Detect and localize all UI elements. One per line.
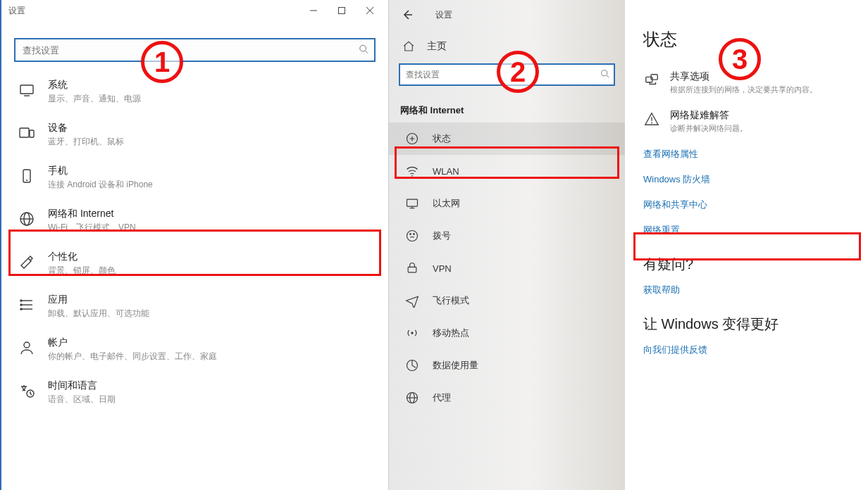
phone-icon [17, 166, 37, 186]
category-devices[interactable]: 设备 蓝牙、打印机、鼠标 [1, 113, 388, 156]
nav-label: 移动热点 [433, 327, 469, 339]
svg-point-34 [410, 234, 411, 235]
category-label: 系统 [48, 79, 376, 92]
back-button[interactable] [399, 6, 416, 23]
category-sub: 显示、声音、通知、电源 [48, 93, 376, 105]
svg-line-24 [30, 394, 32, 395]
troubleshoot-sub: 诊断并解决网络问题。 [670, 123, 748, 134]
apps-icon [17, 295, 37, 315]
system-icon [17, 80, 37, 100]
nav-label: 拨号 [433, 230, 451, 242]
category-label: 个性化 [48, 251, 376, 263]
category-phone[interactable]: 手机 连接 Android 设备和 iPhone [1, 156, 388, 199]
category-apps[interactable]: 应用 卸载、默认应用、可选功能 [1, 285, 388, 328]
svg-point-26 [602, 70, 607, 76]
svg-point-29 [411, 175, 413, 177]
airplane-icon [404, 293, 420, 308]
category-sub: 蓝牙、打印机、鼠标 [48, 136, 376, 148]
svg-rect-6 [20, 85, 33, 94]
category-system[interactable]: 系统 显示、声音、通知、电源 [1, 70, 388, 113]
ethernet-icon [404, 196, 420, 211]
settings-main-panel: 设置 [1, 0, 389, 490]
svg-point-21 [24, 342, 30, 348]
nav-vpn[interactable]: VPN [389, 252, 625, 284]
nav-ethernet[interactable]: 以太网 [389, 187, 625, 220]
close-button[interactable] [356, 0, 384, 21]
category-label: 设备 [48, 122, 376, 134]
home-icon [402, 39, 416, 54]
dialup-icon [404, 228, 420, 244]
svg-point-45 [651, 122, 652, 124]
share-sub: 根据所连接到的网络，决定要共享的内容。 [670, 84, 817, 95]
sidebar-search-input[interactable] [406, 70, 594, 80]
category-sub: 背景、锁屏、颜色 [48, 265, 376, 277]
svg-line-27 [607, 75, 609, 77]
minimize-button[interactable] [299, 0, 328, 21]
nav-label: WLAN [433, 166, 459, 177]
category-personalization[interactable]: 个性化 背景、锁屏、颜色 [1, 242, 388, 285]
svg-point-33 [407, 231, 418, 241]
link-get-help[interactable]: 获取帮助 [643, 284, 855, 296]
nav-label: 状态 [433, 132, 451, 145]
maximize-button[interactable] [328, 0, 356, 21]
category-time-language[interactable]: 时间和语言 语音、区域、日期 [1, 371, 388, 414]
nav-wlan[interactable]: WLAN [389, 155, 625, 187]
category-label: 帐户 [48, 337, 376, 349]
nav-proxy[interactable]: 代理 [389, 382, 625, 414]
category-label: 时间和语言 [48, 379, 376, 392]
category-network-internet[interactable]: 网络和 Internet Wi-Fi、飞行模式、VPN [1, 199, 388, 242]
nav-label: 数据使用量 [433, 359, 478, 372]
nav-status[interactable]: 状态 [389, 122, 625, 155]
settings-sidebar-panel: 设置 主页 网络和 Internet 状态 [389, 0, 625, 490]
window-titlebar: 设置 [1, 0, 388, 21]
home-link[interactable]: 主页 [389, 27, 625, 61]
proxy-icon [404, 390, 420, 406]
nav-airplane-mode[interactable]: 飞行模式 [389, 284, 625, 317]
troubleshoot-row[interactable]: 网络疑难解答 诊断并解决网络问题。 [643, 109, 855, 134]
status-icon [404, 131, 420, 146]
svg-line-5 [366, 51, 368, 54]
troubleshoot-title: 网络疑难解答 [670, 109, 748, 122]
category-sub: 连接 Android 设备和 iPhone [48, 179, 376, 191]
link-view-network-properties[interactable]: 查看网络属性 [643, 148, 855, 161]
window-title: 设置 [8, 5, 25, 17]
svg-rect-1 [339, 8, 345, 14]
share-options-row[interactable]: 共享选项 根据所连接到的网络，决定要共享的内容。 [643, 70, 855, 95]
svg-point-4 [360, 45, 366, 51]
svg-rect-30 [407, 199, 418, 206]
data-usage-icon [404, 358, 420, 373]
link-network-reset[interactable]: 网络重置 [643, 224, 855, 237]
link-windows-firewall[interactable]: Windows 防火墙 [643, 173, 855, 186]
nav-mobile-hotspot[interactable]: 移动热点 [389, 317, 625, 349]
nav-dialup[interactable]: 拨号 [389, 220, 625, 252]
home-label: 主页 [427, 40, 447, 53]
status-detail-panel: 状态 共享选项 根据所连接到的网络，决定要共享的内容。 网络疑难解答 诊断并解决… [625, 0, 868, 490]
time-language-icon [17, 381, 37, 401]
user-icon [17, 338, 37, 358]
paintbrush-icon [17, 252, 37, 272]
globe-icon [17, 209, 37, 229]
question-heading: 有疑问? [643, 255, 855, 274]
nav-label: 以太网 [433, 197, 460, 210]
share-icon [643, 72, 660, 89]
nav-label: VPN [433, 263, 452, 274]
category-sub: 语音、区域、日期 [48, 394, 376, 406]
vpn-icon [404, 260, 420, 276]
link-network-sharing-center[interactable]: 网络和共享中心 [643, 199, 855, 211]
category-sub: 卸载、默认应用、可选功能 [48, 308, 376, 320]
nav-label: 飞行模式 [433, 294, 469, 307]
svg-point-37 [411, 332, 413, 334]
svg-point-11 [26, 180, 27, 181]
category-label: 手机 [48, 165, 376, 177]
nav-data-usage[interactable]: 数据使用量 [389, 349, 625, 382]
better-heading: 让 Windows 变得更好 [643, 315, 855, 334]
svg-point-35 [414, 234, 415, 235]
svg-rect-36 [408, 267, 416, 272]
devices-icon [17, 123, 37, 143]
link-give-feedback[interactable]: 向我们提供反馈 [643, 344, 855, 356]
category-accounts[interactable]: 帐户 你的帐户、电子邮件、同步设置、工作、家庭 [1, 328, 388, 371]
hotspot-icon [404, 325, 420, 341]
wifi-icon [404, 163, 420, 179]
category-sub: Wi-Fi、飞行模式、VPN [48, 222, 376, 234]
search-input[interactable] [14, 38, 376, 62]
